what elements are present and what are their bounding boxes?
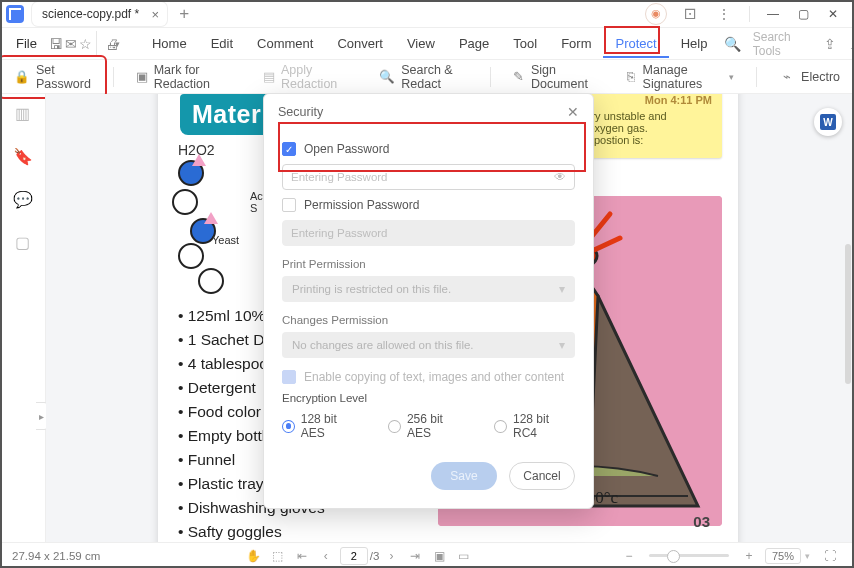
- mail-icon[interactable]: ✉: [65, 31, 77, 57]
- zoom-value[interactable]: 75%: [765, 548, 801, 564]
- hand-tool-icon[interactable]: ✋: [242, 547, 266, 565]
- enc-128-aes[interactable]: 128 bit AES: [282, 412, 362, 440]
- list-item: Safty goggles: [178, 520, 325, 542]
- prev-page-icon[interactable]: ‹: [314, 547, 338, 565]
- save-button[interactable]: Save: [431, 462, 497, 490]
- kebab-menu-icon[interactable]: ⋮: [713, 3, 735, 25]
- permission-password-checkbox[interactable]: [282, 198, 296, 212]
- mark-redaction-button[interactable]: ▣ Mark for Redaction: [128, 59, 241, 95]
- select-tool-icon[interactable]: ⬚: [266, 547, 290, 565]
- statusbar: 27.94 x 21.59 cm ✋ ⬚ ⇤ ‹ /3 › ⇥ ▣ ▭ − + …: [0, 542, 854, 568]
- permission-password-input: Entering Password: [282, 220, 575, 246]
- tab-close-icon[interactable]: ×: [152, 7, 160, 22]
- search-tools-placeholder[interactable]: Search Tools: [749, 30, 814, 58]
- window-close[interactable]: ✕: [818, 0, 848, 28]
- zoom-in-icon[interactable]: +: [737, 547, 761, 565]
- manage-signatures-button[interactable]: ⎘ Manage Signatures ▾: [617, 59, 742, 95]
- menu-view[interactable]: View: [395, 30, 447, 57]
- print-dropdown-icon[interactable]: ▾: [115, 31, 120, 57]
- divider: [749, 6, 750, 22]
- manage-sig-icon: ⎘: [625, 69, 637, 85]
- menu-items: Home Edit Comment Convert View Page Tool…: [140, 30, 719, 58]
- menu-page[interactable]: Page: [447, 30, 501, 57]
- fit-page-icon[interactable]: ▣: [427, 547, 451, 565]
- zoom-slider[interactable]: [649, 554, 729, 557]
- search-icon[interactable]: 🔍: [721, 31, 742, 57]
- window-maximize[interactable]: ▢: [788, 0, 818, 28]
- atom-white: [172, 189, 198, 215]
- cloud-icon[interactable]: ☁: [847, 31, 854, 57]
- zoom-dropdown-icon[interactable]: ▾: [805, 551, 810, 561]
- menu-tool[interactable]: Tool: [501, 30, 549, 57]
- electronic-button[interactable]: ⌁ Electro: [771, 65, 848, 89]
- search-redact-button[interactable]: 🔍 Search & Redact: [371, 59, 476, 95]
- star-icon[interactable]: ☆: [79, 31, 97, 57]
- document-tab[interactable]: science-copy.pdf * ×: [32, 2, 167, 26]
- print-permission-label: Print Permission: [282, 258, 575, 270]
- thumbnails-icon[interactable]: ▥: [15, 104, 30, 123]
- save-icon[interactable]: 🖫: [49, 31, 63, 57]
- menu-convert[interactable]: Convert: [325, 30, 395, 57]
- atom-blue: [178, 160, 204, 186]
- pink-triangle: [204, 212, 218, 224]
- share-icon[interactable]: ⇪: [819, 31, 840, 57]
- encryption-radio-group: 128 bit AES 256 bit AES 128 bit RC4: [282, 412, 575, 440]
- divider: [113, 67, 114, 87]
- attachment-icon[interactable]: ▢: [15, 233, 30, 252]
- window-minimize[interactable]: —: [758, 0, 788, 28]
- last-page-icon[interactable]: ⇥: [403, 547, 427, 565]
- set-password-button[interactable]: 🔒 Set Password: [6, 59, 99, 95]
- menu-comment[interactable]: Comment: [245, 30, 325, 57]
- page-input[interactable]: [340, 547, 368, 565]
- enc-128-rc4[interactable]: 128 bit RC4: [494, 412, 575, 440]
- enable-copy-label: Enable copying of text, images and other…: [304, 370, 564, 384]
- menu-protect[interactable]: Protect: [603, 30, 668, 58]
- menu-file[interactable]: File: [6, 36, 47, 51]
- changes-permission-select: No changes are allowed on this file.: [282, 332, 575, 358]
- electronic-icon: ⌁: [779, 69, 795, 85]
- open-password-checkbox[interactable]: ✓: [282, 142, 296, 156]
- search-redact-label: Search & Redact: [401, 63, 468, 91]
- add-tab-button[interactable]: +: [179, 4, 189, 24]
- first-page-icon[interactable]: ⇤: [290, 547, 314, 565]
- print-permission-value: Printing is restricted on this file.: [292, 283, 451, 295]
- word-export-badge[interactable]: W: [814, 108, 842, 136]
- account-icon[interactable]: ◉: [645, 3, 667, 25]
- page-total: /3: [370, 550, 380, 562]
- menu-form[interactable]: Form: [549, 30, 603, 57]
- menu-home[interactable]: Home: [140, 30, 199, 57]
- chevron-down-icon: ▾: [729, 72, 734, 82]
- dialog-close-icon[interactable]: ✕: [567, 104, 579, 120]
- left-rail: ▥ 🔖 💬 ▢: [0, 94, 46, 542]
- permission-password-placeholder: Entering Password: [291, 227, 388, 239]
- open-password-input[interactable]: Entering Password 👁: [282, 164, 575, 190]
- cancel-button[interactable]: Cancel: [509, 462, 575, 490]
- mark-redaction-label: Mark for Redaction: [154, 63, 233, 91]
- apply-redaction-label: Apply Redaction: [281, 63, 349, 91]
- security-dialog: Security ✕ ✓ Open Password Entering Pass…: [263, 93, 594, 509]
- protect-toolbar: 🔒 Set Password ▣ Mark for Redaction ▤ Ap…: [0, 60, 854, 94]
- redaction-icon: ▣: [136, 69, 148, 85]
- atom-white: [178, 243, 204, 269]
- next-page-icon[interactable]: ›: [379, 547, 403, 565]
- vertical-scrollbar[interactable]: [845, 244, 851, 384]
- dialog-title: Security: [278, 105, 323, 119]
- fit-width-icon[interactable]: ▭: [451, 547, 475, 565]
- gift-icon[interactable]: ⚀: [679, 3, 701, 25]
- fullscreen-icon[interactable]: ⛶: [818, 547, 842, 565]
- apply-redaction-icon: ▤: [263, 69, 275, 85]
- comment-panel-icon[interactable]: 💬: [13, 190, 33, 209]
- enc-256-aes[interactable]: 256 bit AES: [388, 412, 468, 440]
- radio-dot: [282, 420, 295, 433]
- yeast-label: Yeast: [212, 234, 239, 246]
- sign-document-button[interactable]: ✎ Sign Document: [505, 59, 603, 95]
- bookmark-icon[interactable]: 🔖: [13, 147, 33, 166]
- word-icon: W: [820, 114, 836, 130]
- enc-option-label: 256 bit AES: [407, 412, 468, 440]
- menu-help[interactable]: Help: [669, 30, 720, 57]
- open-password-placeholder: Entering Password: [291, 171, 388, 183]
- menu-edit[interactable]: Edit: [199, 30, 245, 57]
- tab-title: science-copy.pdf *: [42, 7, 139, 21]
- eye-icon[interactable]: 👁: [554, 170, 566, 184]
- zoom-out-icon[interactable]: −: [617, 547, 641, 565]
